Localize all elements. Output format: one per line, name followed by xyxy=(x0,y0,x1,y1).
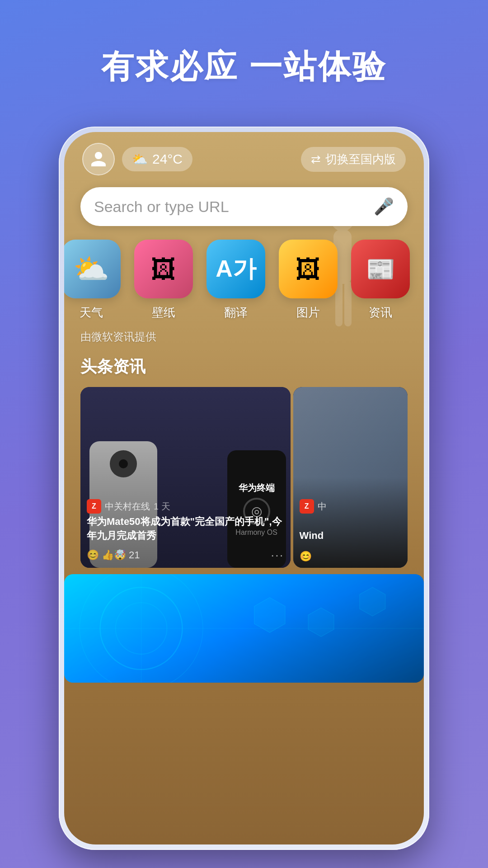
weather-app-label: 天气 xyxy=(80,305,103,321)
news-text-main: 华为Mate50将成为首款"完全国产的手机",今年九月完成首秀 xyxy=(87,515,284,543)
photos-app-label: 图片 xyxy=(296,305,320,321)
wallpaper-app-icon-box: 🖼 xyxy=(134,240,193,298)
app-item-weather[interactable]: ⛅ 天气 xyxy=(64,240,127,321)
source-logo: Z xyxy=(87,499,101,514)
photos-app-icon-box: 🖼 xyxy=(279,240,338,298)
app-item-photos[interactable]: 🖼 图片 xyxy=(272,240,344,321)
page-title: 有求必应 一站体验 xyxy=(0,0,488,89)
news-card-main[interactable]: 华为终端 ◎ Harmony OS Z 中关村在线 1 天 华为Mate50将成… xyxy=(80,387,291,568)
news-row-tech[interactable] xyxy=(64,574,424,683)
svg-point-0 xyxy=(329,195,356,231)
news-source-2: 中 xyxy=(318,500,327,513)
news-app-icon: 📰 xyxy=(366,255,395,283)
translate-app-icon: A가 xyxy=(216,253,256,285)
avatar-button[interactable] xyxy=(82,143,115,175)
phone-screen: ⛅ 24°C ⇄ 切换至国内版 Search or type URL 🎤 xyxy=(64,132,424,844)
news-app-label: 资讯 xyxy=(369,305,392,321)
news-card-footer: 😊 👍🤯 21 ··· xyxy=(87,548,284,562)
weather-app-icon-box: ⛅ xyxy=(64,240,121,298)
news-text-secondary: Wind xyxy=(300,529,401,543)
app-item-news[interactable]: 📰 资讯 xyxy=(344,240,417,321)
news-time: 1 天 xyxy=(154,500,170,513)
huawei-terminal-label: 华为终端 xyxy=(239,482,275,494)
news-app-icon-box: 📰 xyxy=(351,240,410,298)
weather-app-icon: ⛅ xyxy=(73,252,109,286)
switch-arrow-icon: ⇄ xyxy=(311,152,321,166)
switch-label: 切换至国内版 xyxy=(325,151,396,167)
photos-app-icon: 🖼 xyxy=(296,255,321,284)
emoji-reaction-icon-2[interactable]: 😊 xyxy=(300,551,312,562)
reaction-emojis: 👍🤯 21 xyxy=(102,549,140,561)
news-source: 中关村在线 xyxy=(105,500,150,513)
more-options-icon[interactable]: ··· xyxy=(271,548,284,562)
phone-wrapper: ⛅ 24°C ⇄ 切换至国内版 Search or type URL 🎤 xyxy=(59,127,429,850)
emoji-reaction-icon[interactable]: 😊 xyxy=(87,549,99,561)
wallpaper-app-label: 壁纸 xyxy=(152,305,175,321)
status-left: ⛅ 24°C xyxy=(82,143,192,175)
translate-app-icon-box: A가 xyxy=(206,240,265,298)
weather-pill[interactable]: ⛅ 24°C xyxy=(122,147,192,171)
translate-app-label: 翻译 xyxy=(224,305,248,321)
news-card-secondary[interactable]: Z 中 Wind 😊 xyxy=(293,387,408,568)
temperature: 24°C xyxy=(152,151,183,167)
source-logo-2: Z xyxy=(300,499,314,514)
phone-frame: ⛅ 24°C ⇄ 切换至国内版 Search or type URL 🎤 xyxy=(59,127,429,850)
app-item-translate[interactable]: A가 翻译 xyxy=(200,240,272,321)
switch-button[interactable]: ⇄ 切换至国内版 xyxy=(301,147,406,172)
user-icon xyxy=(89,150,108,168)
news-grid: 华为终端 ◎ Harmony OS Z 中关村在线 1 天 华为Mate50将成… xyxy=(64,387,424,568)
status-bar: ⛅ 24°C ⇄ 切换至国内版 xyxy=(64,132,424,183)
app-item-wallpaper[interactable]: 🖼 壁纸 xyxy=(127,240,200,321)
weather-icon: ⛅ xyxy=(132,152,148,167)
quick-apps-row: ⛅ 天气 🖼 壁纸 A가 翻译 xyxy=(64,235,424,330)
search-placeholder: Search or type URL xyxy=(94,198,229,216)
wallpaper-app-icon: 🖼 xyxy=(151,255,176,284)
